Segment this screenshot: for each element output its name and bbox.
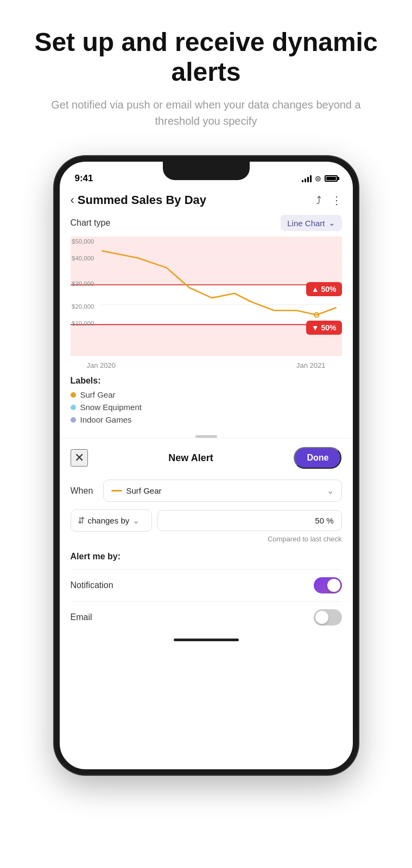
alert-by-label: Alert me by: <box>71 552 342 561</box>
value-input[interactable]: 50 % <box>157 510 342 531</box>
when-row: When Surf Gear ⌄ <box>71 480 342 502</box>
x-label-start: Jan 2020 <box>87 361 116 369</box>
line-chart-svg: $50,000 $40,000 $30,000 $20,000 $10,000 <box>71 237 342 356</box>
chart-type-select[interactable]: Line Chart ⌄ <box>281 215 341 231</box>
svg-rect-1 <box>71 325 342 356</box>
status-time: 9:41 <box>75 173 93 184</box>
snow-equipment-dot <box>71 405 76 410</box>
svg-text:$30,000: $30,000 <box>72 280 94 287</box>
home-indicator <box>174 639 239 641</box>
when-select-text: Surf Gear <box>126 486 162 495</box>
svg-text:$50,000: $50,000 <box>72 238 94 245</box>
upper-threshold-badge: ▲ 50% <box>306 282 342 296</box>
condition-select[interactable]: ⇵ changes by ⌄ <box>71 509 152 532</box>
toggle-knob <box>327 579 340 592</box>
nav-bar: ‹ Summed Sales By Day ⤴ ⋮ <box>71 188 342 215</box>
sheet-title: New Alert <box>168 452 213 464</box>
chevron-down-icon: ⌄ <box>327 486 334 496</box>
when-label: When <box>71 486 98 496</box>
list-item: Snow Equipment <box>71 403 342 412</box>
screen-content: ‹ Summed Sales By Day ⤴ ⋮ Chart type Lin… <box>60 188 353 430</box>
chevron-down-icon: ⌄ <box>132 515 140 526</box>
status-icons: ⊜ <box>302 174 338 183</box>
lower-threshold-badge: ▼ 50% <box>306 321 342 335</box>
condition-row: ⇵ changes by ⌄ 50 % <box>71 509 342 532</box>
done-button[interactable]: Done <box>294 447 341 469</box>
notification-row: Notification <box>71 569 342 601</box>
chart-type-label: Chart type <box>71 218 111 228</box>
phone-frame: 9:41 ⊜ ‹ Summed Sales By Da <box>54 156 358 775</box>
list-item: Indoor Games <box>71 415 342 424</box>
svg-text:$10,000: $10,000 <box>72 321 94 327</box>
surf-gear-line-icon <box>111 490 122 492</box>
condition-text: changes by <box>88 516 130 525</box>
chart-labels-section: Labels: Surf Gear Snow Equipment Indoor … <box>71 376 342 424</box>
notification-toggle[interactable] <box>314 577 342 593</box>
chart-area: $50,000 $40,000 $30,000 $20,000 $10,000 <box>71 237 342 356</box>
email-toggle[interactable] <box>314 609 342 626</box>
compared-to-text: Compared to last check <box>71 535 342 543</box>
signal-icon <box>302 175 312 182</box>
x-label-end: Jan 2021 <box>296 361 326 369</box>
more-icon[interactable]: ⋮ <box>331 194 342 207</box>
toggle-knob <box>315 611 328 624</box>
email-label: Email <box>71 612 92 622</box>
labels-title: Labels: <box>71 376 342 386</box>
sheet-header: ✕ New Alert Done <box>71 447 342 469</box>
svg-text:$40,000: $40,000 <box>72 255 94 261</box>
close-button[interactable]: ✕ <box>71 449 88 467</box>
hero-subtitle: Get notified via push or email when your… <box>33 97 379 129</box>
page-title: Summed Sales By Day <box>78 193 206 207</box>
share-icon[interactable]: ⤴ <box>316 194 321 207</box>
hero-title: Set up and receive dynamic alerts <box>33 27 379 87</box>
indoor-games-label: Indoor Games <box>80 415 132 424</box>
chart-type-row: Chart type Line Chart ⌄ <box>71 215 342 231</box>
stepper-icon: ⇵ <box>78 515 85 526</box>
indoor-games-dot <box>71 417 76 423</box>
hero-section: Set up and receive dynamic alerts Get no… <box>0 0 412 145</box>
notification-label: Notification <box>71 580 113 590</box>
snow-equipment-label: Snow Equipment <box>80 403 142 412</box>
battery-icon <box>325 175 338 182</box>
when-select[interactable]: Surf Gear ⌄ <box>103 480 342 502</box>
back-button[interactable]: ‹ <box>71 193 74 207</box>
phone-notch <box>163 162 250 180</box>
wifi-icon: ⊜ <box>315 174 321 183</box>
svg-text:$20,000: $20,000 <box>72 303 94 310</box>
email-row: Email <box>71 601 342 633</box>
chevron-down-icon: ⌄ <box>328 218 335 228</box>
surf-gear-label: Surf Gear <box>80 390 116 399</box>
list-item: Surf Gear <box>71 390 342 399</box>
surf-gear-dot <box>71 392 76 398</box>
chart-x-labels: Jan 2020 Jan 2021 <box>71 361 342 369</box>
bottom-sheet: ✕ New Alert Done When Surf Gear ⌄ ⇵ <box>60 438 353 650</box>
